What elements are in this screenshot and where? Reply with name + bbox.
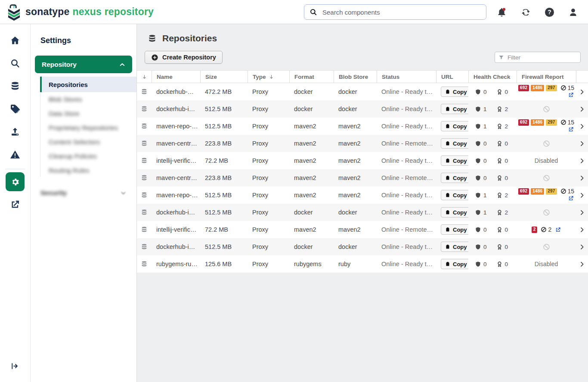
chevron-right-icon[interactable] (579, 209, 585, 216)
firewall-report-link-icon[interactable] (555, 227, 561, 233)
repo-status: Online - Ready t… (377, 192, 436, 199)
nav-item-blob-stores[interactable]: Blob Stores (40, 92, 136, 106)
copy-url-button[interactable]: Copy (441, 190, 468, 200)
health-license-count: 0 (496, 244, 508, 250)
expand-sidebar-icon[interactable] (10, 361, 20, 371)
column-header-firewall-report[interactable]: Firewall Report (517, 71, 576, 83)
copy-url-button[interactable]: Copy (441, 138, 468, 149)
copy-url-button[interactable]: Copy (441, 259, 468, 269)
table-row[interactable]: rubygems-ru… 125.6 MB Proxy rubygems rub… (137, 255, 588, 273)
table-row[interactable]: maven-repo-… 512.5 MB Proxy maven2 maven… (137, 118, 588, 135)
firewall-report-link-icon[interactable] (568, 127, 574, 132)
global-search[interactable] (304, 4, 486, 20)
chevron-right-icon[interactable] (579, 89, 585, 95)
sidebar-item-alerts[interactable] (10, 149, 20, 160)
quarantined-count: 15 (560, 119, 575, 125)
table-row[interactable]: dockerhub-i… 512.5 MB Proxy docker docke… (137, 238, 588, 255)
brand-logo[interactable]: r sonatype nexus repository (0, 3, 154, 21)
sidebar-item-home[interactable] (10, 35, 20, 46)
firewall-not-available-icon (543, 243, 550, 251)
sidebar-item-search[interactable] (10, 58, 20, 68)
column-header-size[interactable]: Size (200, 71, 248, 83)
copy-url-label: Copy (453, 192, 467, 199)
copy-url-button[interactable]: Copy (441, 104, 468, 114)
create-repository-button[interactable]: Create Repository (145, 51, 223, 64)
chevron-right-icon[interactable] (579, 227, 585, 233)
chevron-right-icon[interactable] (579, 261, 585, 267)
repo-blob-store: docker (334, 106, 377, 112)
sync-icon[interactable] (521, 7, 531, 17)
chevron-right-icon[interactable] (579, 192, 585, 199)
chevron-right-icon[interactable] (579, 106, 585, 112)
clipboard-icon (445, 89, 450, 94)
table-row[interactable]: intellij-verific… 72.2 MB Proxy maven2 m… (137, 152, 588, 169)
user-icon[interactable] (568, 7, 578, 17)
table-row[interactable]: dockerhub-i… 512.5 MB Proxy docker docke… (137, 204, 588, 221)
repository-icon (141, 192, 148, 199)
repo-name: dockerhub-i… (152, 243, 200, 250)
sidebar-item-settings[interactable] (6, 172, 25, 191)
copy-url-button[interactable]: Copy (441, 121, 468, 131)
sidebar-item-external-link[interactable] (10, 199, 20, 210)
chevron-right-icon[interactable] (579, 244, 585, 250)
sidebar-item-browse[interactable] (10, 81, 20, 91)
nav-item-routing-rules[interactable]: Routing Rules (40, 163, 136, 177)
chevron-right-icon[interactable] (579, 123, 585, 130)
column-header-type[interactable]: Type (248, 71, 289, 83)
table-row[interactable]: intellij-verific… 72.2 MB Proxy maven2 m… (137, 221, 588, 238)
nav-section-repository[interactable]: Repository (35, 56, 132, 73)
column-header-health-check[interactable]: Health Check (468, 71, 517, 83)
column-header-format[interactable]: Format (289, 71, 334, 83)
table-row[interactable]: dockerhub-… 472.2 MB Proxy docker docker… (137, 83, 588, 100)
copy-url-button[interactable]: Copy (441, 173, 468, 183)
copy-url-button[interactable]: Copy (441, 207, 468, 217)
copy-url-button[interactable]: Copy (441, 224, 468, 235)
table-body: dockerhub-… 472.2 MB Proxy docker docker… (137, 83, 588, 273)
nav-section-security[interactable]: Security (40, 189, 127, 197)
notifications-bell-icon[interactable] (497, 7, 507, 17)
column-header-blob-store[interactable]: Blob Store (334, 71, 377, 83)
column-header-url[interactable]: URL (436, 71, 468, 83)
copy-url-label: Copy (453, 209, 467, 216)
repo-blob-store: maven2 (334, 226, 377, 233)
clipboard-icon (445, 175, 450, 180)
svg-text:r: r (13, 4, 15, 9)
copy-url-button[interactable]: Copy (441, 242, 468, 252)
search-input[interactable] (322, 8, 481, 16)
medal-icon (496, 261, 503, 267)
medal-icon (496, 175, 503, 181)
nav-item-proprietary-repositories[interactable]: Proprietary Repositories (40, 121, 136, 135)
nav-item-repositories[interactable]: Repositories (40, 77, 136, 92)
column-header-sort[interactable] (137, 71, 152, 83)
health-license-count: 0 (496, 261, 508, 267)
copy-url-button[interactable]: Copy (441, 155, 468, 166)
health-security-count: 1 (475, 106, 487, 112)
column-header-name[interactable]: Name (152, 71, 200, 83)
firewall-report-link-icon[interactable] (568, 196, 574, 201)
table-row[interactable]: maven-repo-… 512.5 MB Proxy maven2 maven… (137, 186, 588, 204)
copy-url-button[interactable]: Copy (441, 87, 468, 97)
sidebar-item-tags[interactable] (10, 104, 20, 114)
chevron-right-icon[interactable] (579, 175, 585, 181)
nav-section-repository-label: Repository (42, 61, 77, 68)
table-row[interactable]: maven-centr… 223.8 MB Proxy maven2 maven… (137, 135, 588, 152)
health-license-count: 0 (496, 175, 508, 181)
firewall-report-link-icon[interactable] (568, 92, 574, 98)
nav-item-cleanup-policies[interactable]: Cleanup Policies (40, 149, 136, 163)
chevron-right-icon[interactable] (579, 140, 585, 147)
nav-item-data-store[interactable]: Data Store (40, 106, 136, 121)
sidebar-item-upload[interactable] (10, 127, 20, 137)
nav-item-content-selectors[interactable]: Content Selectors (40, 135, 136, 149)
copy-url-label: Copy (453, 244, 467, 250)
chevron-right-icon[interactable] (579, 158, 585, 164)
filter-input[interactable] (507, 54, 577, 61)
table-row[interactable]: dockerhub-i… 512.5 MB Proxy docker docke… (137, 100, 588, 118)
repo-size: 512.5 MB (200, 243, 248, 250)
column-header-status[interactable]: Status (377, 71, 436, 83)
clipboard-icon (445, 210, 450, 215)
filter-box[interactable] (495, 52, 581, 63)
table-row[interactable]: maven-centr… 223.8 MB Proxy maven2 maven… (137, 169, 588, 186)
help-icon[interactable]: ? (545, 8, 554, 17)
medal-icon (496, 227, 503, 233)
repo-blob-store: maven2 (334, 140, 377, 147)
